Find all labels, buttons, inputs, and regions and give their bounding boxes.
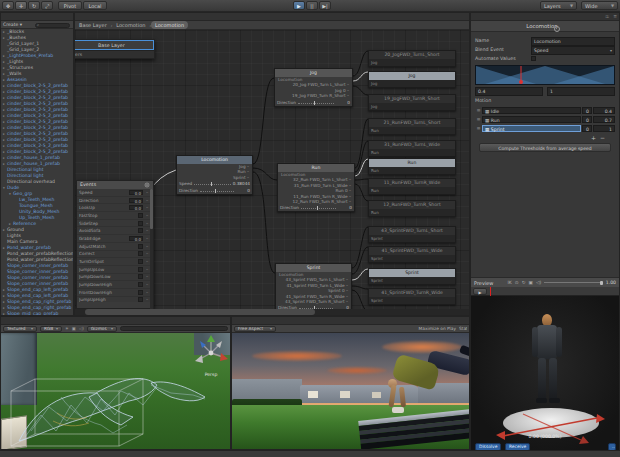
pivot-button[interactable]: Pivot: [58, 1, 82, 10]
state-node-run[interactable]: RunRun: [368, 158, 456, 175]
event-row[interactable]: JumpUpHigh–: [77, 297, 153, 302]
audio-toggle-icon[interactable]: ◁): [79, 326, 84, 331]
slider-track[interactable]: [298, 101, 334, 104]
scene-viewport[interactable]: Persp: [1, 333, 230, 449]
play-button[interactable]: ▶: [293, 1, 305, 10]
add-motion-button[interactable]: +: [591, 134, 596, 141]
slider-handle[interactable]: [211, 182, 212, 186]
slider-track[interactable]: [200, 189, 234, 192]
event-row[interactable]: LookUp0.0–: [77, 204, 153, 212]
persp-label[interactable]: Persp: [193, 372, 229, 377]
blend-graph[interactable]: [475, 65, 615, 85]
slider-handle[interactable]: [317, 206, 318, 210]
parameter-slider[interactable]: Direction0: [275, 99, 352, 106]
layers-popup-item[interactable]: ▸Base Layer: [75, 40, 154, 50]
state-node-jog[interactable]: JogJog: [368, 71, 456, 88]
motion-row[interactable]: ≡▦ Idle00.4: [475, 106, 615, 114]
state-node-12_runfwd_turnr_short[interactable]: 12_RunFWD_TurnR_ShortRun: [368, 200, 456, 217]
motion-speed-field[interactable]: 0: [582, 107, 592, 114]
search-input[interactable]: [35, 23, 70, 28]
motion-row[interactable]: ≡▦ Sprint01: [475, 124, 615, 132]
layout-dropdown[interactable]: Wide▼: [581, 1, 618, 10]
event-row[interactable]: TurnOnSpot–: [77, 258, 153, 266]
blend-event-dropdown[interactable]: Speed▾: [531, 46, 615, 55]
state-node-41_sprintfwd_turnr_wide[interactable]: 41_SprintFWD_TurnR_WideSprint: [368, 288, 456, 305]
node-run[interactable]: Run Locomotion 32_Run FWD_Turn L_Short –…: [277, 163, 355, 212]
local-button[interactable]: Local: [83, 1, 107, 10]
motion-name-field[interactable]: ▦ Run: [482, 116, 581, 123]
state-node-19_jogfwd_turnr_short[interactable]: 19_JogFWD_TurnR_ShortJog: [368, 94, 456, 111]
playhead[interactable]: [490, 287, 491, 296]
preview-play-button[interactable]: ▶: [473, 288, 487, 295]
events-scrollbar[interactable]: [150, 189, 153, 309]
event-row[interactable]: GrabEdge0.0–: [77, 235, 153, 243]
drag-handle-icon[interactable]: ≡: [475, 125, 482, 131]
preview-timeline[interactable]: ▶: [471, 287, 619, 296]
state-node-20_jogfwd_turnl_short[interactable]: 20_JogFWD_TurnL_ShortJog: [368, 50, 456, 67]
breadcrumb-locomotion[interactable]: Locomotion: [112, 21, 149, 29]
threshold-min-field[interactable]: 0.4: [475, 87, 543, 96]
event-row[interactable]: AdjustMatch–: [77, 243, 153, 251]
motion-speed-field[interactable]: 0: [582, 116, 592, 123]
preview-speed-slider[interactable]: [544, 282, 603, 283]
motion-threshold-field[interactable]: 0.4: [593, 107, 615, 114]
event-value-field[interactable]: 0.0: [129, 190, 143, 195]
breadcrumb-locomotion-current[interactable]: Locomotion: [151, 21, 188, 29]
step-button[interactable]: ▶|: [319, 1, 331, 10]
parameter-slider[interactable]: Direction0: [177, 187, 252, 194]
layers-dropdown[interactable]: Layers▼: [540, 1, 577, 10]
shading-dropdown[interactable]: Textured▾: [3, 326, 37, 332]
breadcrumb-base-layer[interactable]: Base Layer: [75, 21, 111, 29]
state-node-43_sprintfwd_turnl_short[interactable]: 43_SprintFWD_TurnL_ShortSprint: [368, 226, 456, 243]
rotate-tool-icon[interactable]: ↻: [28, 1, 40, 10]
event-value-field[interactable]: 0.0: [129, 198, 143, 203]
event-row[interactable]: Speed0.0–: [77, 189, 153, 197]
motion-threshold-field[interactable]: 1: [593, 125, 615, 132]
event-row[interactable]: JumpDownLow–: [77, 274, 153, 282]
compute-thresholds-button[interactable]: Compute Thresholds from average speed: [479, 143, 611, 152]
pivot-icon[interactable]: ⊙: [515, 280, 519, 285]
stats-toggle[interactable]: Stats: [459, 326, 467, 331]
remove-motion-button[interactable]: −: [600, 134, 605, 141]
hierarchy-item[interactable]: ▸Slope_mid_cap_prefab: [1, 311, 73, 315]
slider-handle[interactable]: [314, 101, 315, 105]
event-row[interactable]: FrontDownHigh–: [77, 289, 153, 297]
state-node-sprint[interactable]: SprintSprint: [368, 268, 456, 285]
create-button[interactable]: Create ▾: [3, 22, 22, 27]
pan-tool-icon[interactable]: ✥: [2, 1, 14, 10]
slider-handle[interactable]: [215, 189, 216, 193]
lock-icon[interactable]: ⚿: [606, 14, 609, 19]
name-field[interactable]: Locomotion: [531, 37, 615, 46]
motion-threshold-field[interactable]: 0.7: [593, 116, 615, 123]
gear-icon[interactable]: [554, 26, 560, 32]
maximize-on-play-toggle[interactable]: Maximize on Play: [419, 326, 456, 331]
scene-search-input[interactable]: [120, 326, 228, 331]
gizmos-dropdown[interactable]: Gizmos▾: [87, 326, 117, 332]
event-row[interactable]: SideStep–: [77, 220, 153, 228]
slider-track[interactable]: [301, 206, 336, 209]
slider-track[interactable]: [194, 182, 231, 185]
state-machine-graph[interactable]: ▸Base Layer Layers Locomotion Jog –Run –…: [75, 30, 469, 309]
node-jog[interactable]: Jog Locomotion 20_Jog FWD_Turn L_Short –…: [274, 68, 353, 107]
event-row[interactable]: AvoidSofa–: [77, 227, 153, 235]
event-row[interactable]: Correct–: [77, 251, 153, 259]
node-locomotion[interactable]: Locomotion Jog –Run –Sprint – Speed0.380…: [176, 155, 253, 195]
parameter-slider[interactable]: Direction0: [278, 204, 354, 211]
scale-tool-icon[interactable]: ⤢: [41, 1, 53, 10]
state-node-21_runfwd_turnl_short[interactable]: 21_RunFWD_TurnL_ShortRun: [368, 118, 456, 135]
preview-viewport[interactable]: 0:00 (000.0%) Dissolve Receive ‥: [471, 296, 619, 451]
aspect-dropdown[interactable]: Free Aspect▾: [234, 326, 276, 332]
gear-icon[interactable]: [145, 183, 150, 188]
motion-name-field[interactable]: ▦ Idle: [482, 107, 581, 114]
event-row[interactable]: FastStop–: [77, 212, 153, 220]
scene-orientation-gizmo[interactable]: Persp: [193, 335, 229, 371]
move-tool-icon[interactable]: ✛: [15, 1, 27, 10]
motion-row[interactable]: ≡▦ Run00.7: [475, 115, 615, 123]
camera-icon[interactable]: ▣: [529, 280, 533, 285]
automate-values-checkbox[interactable]: [531, 56, 536, 61]
fx-toggle-icon[interactable]: ▣: [72, 326, 76, 331]
state-node-31_runfwd_turnl_wide[interactable]: 31_RunFWD_TurnL_WideRun: [368, 140, 456, 157]
drag-handle-icon[interactable]: ≡: [475, 107, 482, 113]
pause-button[interactable]: ||: [306, 1, 318, 10]
event-row[interactable]: JumpDownHigh–: [77, 281, 153, 289]
